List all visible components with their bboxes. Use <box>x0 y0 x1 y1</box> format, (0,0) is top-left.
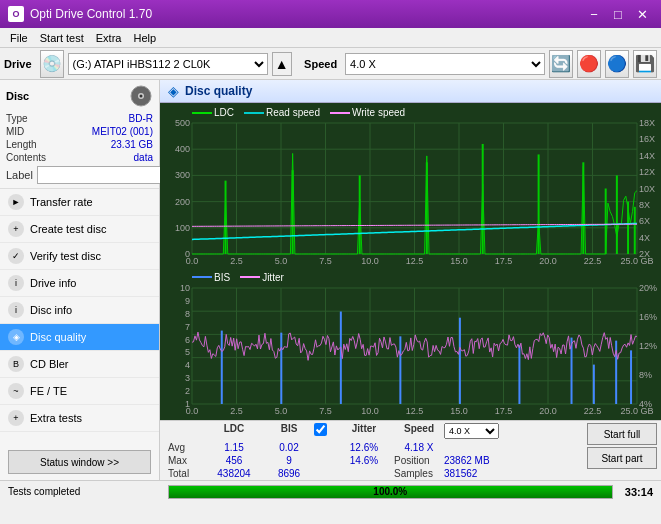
ldc-legend-item: LDC <box>192 107 234 118</box>
sidebar-disc-info-label: Disc info <box>30 304 72 316</box>
minimize-button[interactable]: − <box>583 4 605 24</box>
bottom-stats-left: LDC BIS Jitter Speed 4.0 X Avg <box>160 421 583 480</box>
time-display: 33:14 <box>617 486 661 498</box>
eject-button[interactable]: ▲ <box>272 52 293 76</box>
sidebar-extra-tests-label: Extra tests <box>30 412 82 424</box>
charts-area: LDC Read speed Write speed <box>160 103 661 420</box>
jitter-check-col <box>314 423 334 439</box>
drive-info-icon: i <box>8 275 24 291</box>
max-label: Max <box>168 455 204 466</box>
titlebar-left: O Opti Drive Control 1.70 <box>8 6 152 22</box>
chart1-legend: LDC Read speed Write speed <box>192 107 405 118</box>
sidebar-item-create-test-disc[interactable]: + Create test disc <box>0 216 159 243</box>
speed-select-col: 4.0 X <box>444 423 504 439</box>
svg-point-2 <box>140 95 143 98</box>
avg-speed: 4.18 X <box>394 442 444 453</box>
settings-button2[interactable]: 🔵 <box>605 50 629 78</box>
maximize-button[interactable]: □ <box>607 4 629 24</box>
menu-starttest[interactable]: Start test <box>34 30 90 46</box>
speed-select-stat[interactable]: 4.0 X <box>444 423 499 439</box>
sidebar-item-fe-te[interactable]: ~ FE / TE <box>0 378 159 405</box>
sidebar-create-test-disc-label: Create test disc <box>30 223 106 235</box>
drivetoolbar: Drive 💿 (G:) ATAPI iHBS112 2 CL0K ▲ Spee… <box>0 48 661 80</box>
jitter-legend-color <box>240 276 260 278</box>
jitter-checkbox[interactable] <box>314 423 327 436</box>
main-area: Disc Type BD-R MID MEIT02 (001) Length 2… <box>0 80 661 480</box>
progress-text: 100.0% <box>169 486 612 498</box>
ldc-legend-text: LDC <box>214 107 234 118</box>
disc-label-label: Label <box>6 169 33 181</box>
app-title: Opti Drive Control 1.70 <box>30 7 152 21</box>
speed-select[interactable]: 4.0 X 1.0 X 2.0 X 6.0 X 8.0 X <box>345 53 545 75</box>
disc-quality-header: ◈ Disc quality <box>160 80 661 103</box>
menu-help[interactable]: Help <box>127 30 162 46</box>
create-test-disc-icon: + <box>8 221 24 237</box>
sidebar-item-transfer-rate[interactable]: ► Transfer rate <box>0 189 159 216</box>
sidebar-disc-quality-label: Disc quality <box>30 331 86 343</box>
sidebar-fe-te-label: FE / TE <box>30 385 67 397</box>
disc-label-row: Label 🖊 <box>6 166 153 184</box>
speed-label: Speed <box>304 58 337 70</box>
disc-info-icon: i <box>8 302 24 318</box>
disc-label-input[interactable] <box>37 166 170 184</box>
disc-length-row: Length 23.31 GB <box>6 138 153 151</box>
total-ldc: 438204 <box>204 468 264 479</box>
disc-contents-value: data <box>134 152 153 163</box>
sidebar: Disc Type BD-R MID MEIT02 (001) Length 2… <box>0 80 160 480</box>
disc-length-value: 23.31 GB <box>111 139 153 150</box>
disc-contents-row: Contents data <box>6 151 153 164</box>
disc-mid-label: MID <box>6 126 24 137</box>
titlebar: O Opti Drive Control 1.70 − □ ✕ <box>0 0 661 28</box>
transfer-rate-icon: ► <box>8 194 24 210</box>
stats-max-row: Max 456 9 14.6% Position 23862 MB <box>160 454 583 467</box>
disc-mid-row: MID MEIT02 (001) <box>6 125 153 138</box>
sidebar-item-disc-quality[interactable]: ◈ Disc quality <box>0 324 159 351</box>
disc-type-label: Type <box>6 113 28 124</box>
verify-test-disc-icon: ✓ <box>8 248 24 264</box>
menubar: File Start test Extra Help <box>0 28 661 48</box>
settings-button1[interactable]: 🔴 <box>577 50 601 78</box>
ldc-chart: LDC Read speed Write speed <box>162 105 659 268</box>
disc-section: Disc Type BD-R MID MEIT02 (001) Length 2… <box>0 80 159 189</box>
disc-contents-label: Contents <box>6 152 46 163</box>
start-full-button[interactable]: Start full <box>587 423 657 445</box>
max-position: 23862 MB <box>444 455 504 466</box>
sidebar-transfer-rate-label: Transfer rate <box>30 196 93 208</box>
avg-col-header <box>168 423 204 439</box>
disc-quality-header-icon: ◈ <box>168 83 179 99</box>
sidebar-item-verify-test-disc[interactable]: ✓ Verify test disc <box>0 243 159 270</box>
start-part-button[interactable]: Start part <box>587 447 657 469</box>
ldc-col-header: LDC <box>204 423 264 439</box>
readspeed-legend-color <box>244 112 264 114</box>
titlebar-controls: − □ ✕ <box>583 4 653 24</box>
avg-blank <box>314 442 334 453</box>
status-text: Tests completed <box>0 486 164 497</box>
close-button[interactable]: ✕ <box>631 4 653 24</box>
sidebar-item-disc-info[interactable]: i Disc info <box>0 297 159 324</box>
readspeed-legend-item: Read speed <box>244 107 320 118</box>
total-blank2 <box>334 468 394 479</box>
bis-legend-color <box>192 276 212 278</box>
sidebar-item-cd-bler[interactable]: B CD Bler <box>0 351 159 378</box>
sidebar-cd-bler-label: CD Bler <box>30 358 69 370</box>
menu-file[interactable]: File <box>4 30 34 46</box>
drive-select[interactable]: (G:) ATAPI iHBS112 2 CL0K <box>68 53 268 75</box>
sidebar-item-drive-info[interactable]: i Drive info <box>0 270 159 297</box>
disc-section-header: Disc <box>6 84 153 108</box>
avg-bis: 0.02 <box>264 442 314 453</box>
sidebar-item-extra-tests[interactable]: + Extra tests <box>0 405 159 432</box>
max-bis: 9 <box>264 455 314 466</box>
save-button[interactable]: 💾 <box>633 50 657 78</box>
extra-tests-icon: + <box>8 410 24 426</box>
sidebar-verify-test-disc-label: Verify test disc <box>30 250 101 262</box>
bis-canvas <box>162 270 659 418</box>
disc-icon <box>129 84 153 108</box>
disc-length-label: Length <box>6 139 37 150</box>
refresh-button[interactable]: 🔄 <box>549 50 573 78</box>
status-window-button[interactable]: Status window >> <box>8 450 151 474</box>
drive-icon-button[interactable]: 💿 <box>40 50 64 78</box>
jitter-col-header: Jitter <box>334 423 394 439</box>
disc-type-value: BD-R <box>129 113 153 124</box>
menu-extra[interactable]: Extra <box>90 30 128 46</box>
app-icon: O <box>8 6 24 22</box>
